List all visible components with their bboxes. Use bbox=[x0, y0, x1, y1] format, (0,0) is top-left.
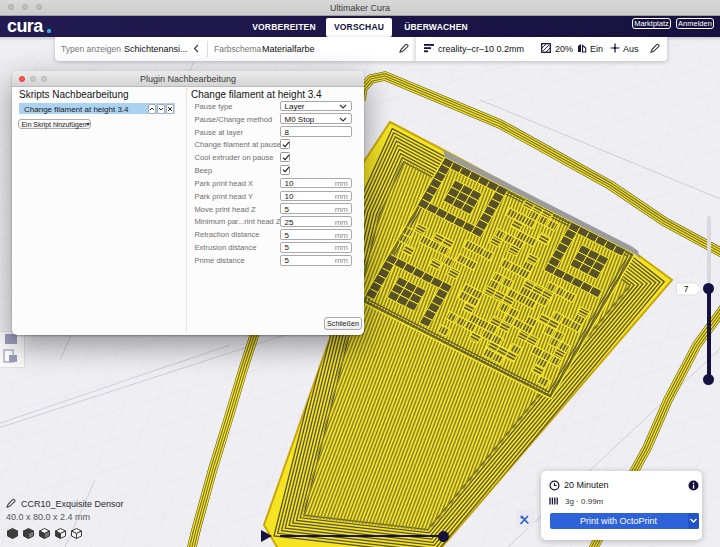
svg-text:7: 7 bbox=[684, 284, 689, 294]
